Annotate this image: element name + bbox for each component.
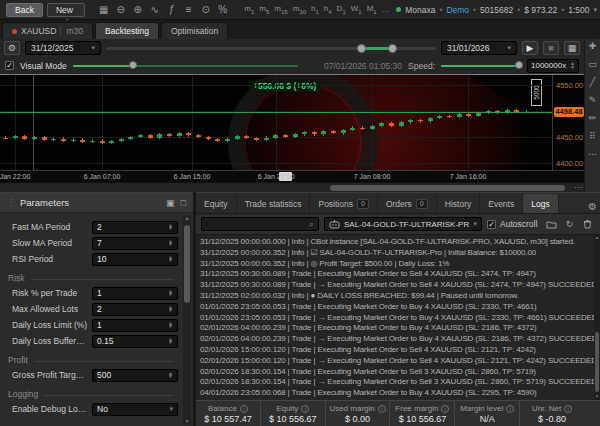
tab-logs[interactable]: Logs xyxy=(523,194,558,213)
price-chart[interactable]: +556.66 $ (+6%) 5000 4498.48 4550.004450… xyxy=(0,75,584,192)
start-date-select[interactable]: 31/12/2025 ▾ xyxy=(25,41,101,55)
tab-history[interactable]: History xyxy=(437,194,480,213)
zoom-in-icon[interactable]: ⊕ xyxy=(131,4,145,15)
autoscroll-toggle[interactable]: ✓ Autoscroll xyxy=(487,219,537,229)
scrollbar-thumb[interactable] xyxy=(330,185,565,191)
log-list[interactable]: 31/12/2025 00:00:00.000 | Info | CBot in… xyxy=(196,235,594,400)
new-order-button[interactable]: New order xyxy=(47,3,85,17)
info-icon[interactable]: i xyxy=(506,405,514,413)
tab-backtesting[interactable]: Backtesting xyxy=(95,22,159,39)
info-icon[interactable]: i xyxy=(441,405,449,413)
param-input[interactable]: 500▲▼ xyxy=(92,369,178,382)
objects-icon[interactable]: ≡ xyxy=(182,4,196,15)
end-date-select[interactable]: 31/01/2026 ▾ xyxy=(441,41,517,55)
scrollbar-thumb[interactable] xyxy=(595,332,599,392)
timeframe-h1[interactable]: h1 xyxy=(311,4,319,15)
bots-icon[interactable]: ƒ xyxy=(165,4,179,15)
restore-panel-icon[interactable]: ▣ xyxy=(166,198,175,208)
stepper-arrows[interactable]: ▲▼ xyxy=(168,338,173,345)
log-search-input[interactable]: ⌕ xyxy=(201,217,319,231)
speed-slider[interactable] xyxy=(441,65,521,67)
status-settings-icon[interactable]: ⚙ xyxy=(588,201,597,212)
price-axis[interactable]: 4498.48 4550.004450.004400.00 xyxy=(552,75,584,170)
stepper-arrows[interactable]: ▲▼ xyxy=(168,372,173,379)
log-scrollbar[interactable]: ▲ ▼ xyxy=(594,235,600,400)
info-icon[interactable]: i xyxy=(240,405,248,413)
shapes-icon[interactable]: ▭ xyxy=(588,60,597,69)
scroll-up-icon[interactable]: ▲ xyxy=(183,215,191,222)
tab-equity[interactable]: Equity xyxy=(196,194,237,213)
visual-mode-checkbox[interactable]: ✓ xyxy=(5,61,14,70)
pattern-icon[interactable]: ⠿ xyxy=(589,132,596,141)
timeframe-h4[interactable]: h4 xyxy=(324,4,332,15)
scroll-up-icon[interactable]: ▲ xyxy=(594,235,600,241)
timeframe-…[interactable]: … xyxy=(382,5,390,14)
param-input[interactable]: 2▲▼ xyxy=(92,221,178,234)
stepper-arrows[interactable]: ▲▼ xyxy=(168,290,173,297)
visibility-icon[interactable]: ⊙ xyxy=(199,4,213,15)
account-info[interactable]: Monaxa • Demo • 5015682 • $ 973.22 • 1:5… xyxy=(396,5,597,15)
timeframe-W1[interactable]: W1 xyxy=(351,4,362,15)
scroll-down-icon[interactable]: ▼ xyxy=(183,418,191,425)
range-end-handle[interactable] xyxy=(388,44,397,53)
trendline-icon[interactable]: ╱ xyxy=(590,78,595,87)
param-input[interactable]: No▾ xyxy=(92,403,178,416)
playback-progress-handle[interactable] xyxy=(129,61,137,69)
timeframe-m15[interactable]: m15 xyxy=(274,4,287,15)
percent-icon[interactable]: % xyxy=(216,4,230,15)
parameters-scrollbar[interactable]: ▲ ▼ xyxy=(183,215,191,425)
pencil-icon[interactable]: ✎ xyxy=(589,96,597,105)
time-axis[interactable]: Jan 22:006 Jan 07:006 Jan 15:006 Jan 23:… xyxy=(0,170,584,182)
timeframe-M1[interactable]: M1 xyxy=(367,4,377,15)
stop-button[interactable]: ■ xyxy=(543,41,559,55)
chart-plot-area[interactable]: +556.66 $ (+6%) 5000 xyxy=(0,75,552,170)
tab-orders[interactable]: Orders0 xyxy=(378,194,437,213)
zoom-out-icon[interactable]: ⊖ xyxy=(114,4,128,15)
indicators-icon[interactable]: ∿ xyxy=(148,4,162,15)
stepper-arrows[interactable]: ▲▼ xyxy=(168,322,173,329)
tab-positions[interactable]: Positions0 xyxy=(310,194,377,213)
drag-grip-icon[interactable]: ⋮ xyxy=(7,198,15,207)
open-log-folder-icon[interactable] xyxy=(544,218,559,231)
backtest-settings-button[interactable]: ⚙ xyxy=(4,41,20,55)
autoscroll-checkbox[interactable]: ✓ xyxy=(487,220,496,229)
play-button[interactable]: ▶ xyxy=(522,41,538,55)
back-button[interactable]: Back xyxy=(6,3,43,17)
param-input[interactable]: 1▲▼ xyxy=(92,287,178,300)
date-range-slider[interactable] xyxy=(106,47,436,50)
scrollbar-thumb[interactable] xyxy=(184,225,190,303)
tab-optimisation[interactable]: Optimisation xyxy=(161,22,228,39)
info-icon[interactable]: i xyxy=(378,405,386,413)
stepper-arrows[interactable]: ▲▼ xyxy=(168,240,173,247)
range-start-handle[interactable] xyxy=(357,44,366,53)
info-icon[interactable]: i xyxy=(564,405,572,413)
crosshair-icon[interactable]: ✚ xyxy=(589,42,597,51)
param-input[interactable]: 2▲▼ xyxy=(92,303,178,316)
tab-trade-statistics[interactable]: Trade statistics xyxy=(237,194,311,213)
playback-progress-slider[interactable] xyxy=(73,65,298,67)
stepper-arrows[interactable]: ▲▼ xyxy=(168,306,173,313)
more-tools-icon[interactable]: ⋯ xyxy=(588,150,597,159)
param-input[interactable]: 1▲▼ xyxy=(92,319,178,332)
param-input[interactable]: 0.15▲▼ xyxy=(92,335,178,348)
chart-horizontal-scrollbar[interactable]: ⋯ xyxy=(0,182,584,192)
timeframe-m30[interactable]: m30 xyxy=(293,4,306,15)
speed-handle[interactable] xyxy=(515,61,523,69)
maximize-panel-icon[interactable]: □ xyxy=(181,198,186,208)
refresh-logs-icon[interactable]: ↻ xyxy=(562,218,577,231)
tab-events[interactable]: Events xyxy=(480,194,523,213)
parameters-header[interactable]: ⋮ Parameters ▣ □ xyxy=(0,193,193,213)
chart-layout-icon[interactable]: ▦ xyxy=(97,4,111,15)
speed-stepper[interactable]: 1000000x ▲▼ xyxy=(527,59,579,73)
timeframe-D1[interactable]: D1 xyxy=(337,4,346,15)
tab-instrument-xauusd[interactable]: XAUUSD m30 xyxy=(2,22,93,39)
param-input[interactable]: 7▲▼ xyxy=(92,237,178,250)
clear-logs-icon[interactable] xyxy=(580,218,595,231)
stepper-arrows[interactable]: ▲▼ xyxy=(570,62,575,69)
stepper-arrows[interactable]: ▲▼ xyxy=(168,224,173,231)
param-input[interactable]: 10▲▼ xyxy=(92,253,178,266)
calendar-button[interactable]: ▦ xyxy=(564,41,580,55)
info-icon[interactable]: i xyxy=(301,405,309,413)
stepper-arrows[interactable]: ▲▼ xyxy=(168,256,173,263)
pen-icon[interactable]: ✏ xyxy=(589,114,597,123)
